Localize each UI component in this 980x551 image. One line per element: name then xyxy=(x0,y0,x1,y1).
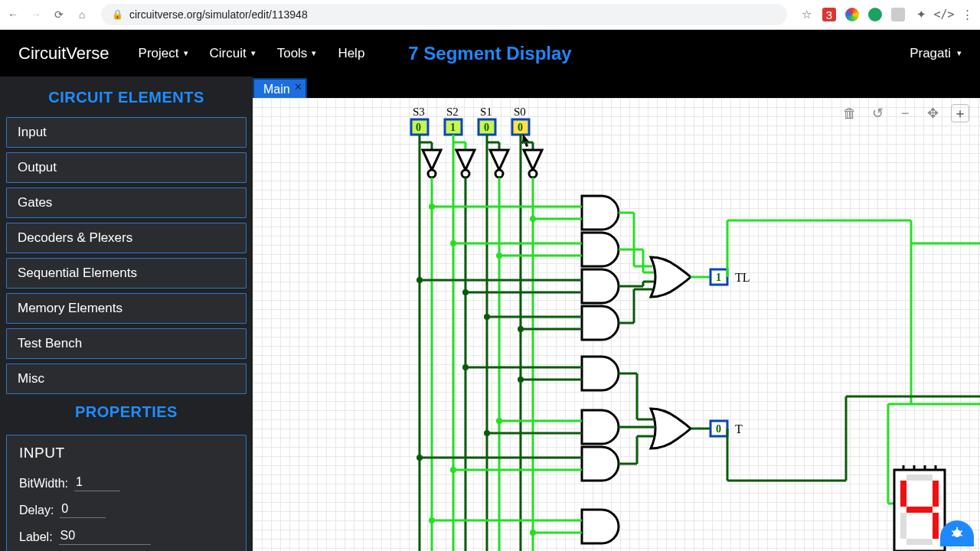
user-menu[interactable]: Pragati▾ xyxy=(910,46,962,61)
properties-heading: PROPERTIES xyxy=(6,399,247,427)
cat-gates[interactable]: Gates xyxy=(6,187,247,218)
brand[interactable]: CircuitVerse xyxy=(18,44,109,64)
svg-text:0: 0 xyxy=(416,122,421,133)
svg-rect-117 xyxy=(900,513,906,539)
or-gate-tl[interactable] xyxy=(651,257,691,297)
and-gate-t-3[interactable] xyxy=(582,447,619,481)
extension-red-icon[interactable]: 3 xyxy=(822,8,836,21)
svg-text:TL: TL xyxy=(735,271,750,284)
undo-icon[interactable]: ↺ xyxy=(868,104,887,122)
canvas[interactable]: 🗑 ↺ − ✥ ＋ S3 0 S2 1 xyxy=(253,98,980,551)
devtools-icon[interactable]: </> xyxy=(937,8,951,21)
cat-output[interactable]: Output xyxy=(6,152,247,183)
svg-marker-18 xyxy=(423,150,441,170)
home-icon[interactable]: ⌂ xyxy=(75,8,89,21)
svg-point-45 xyxy=(496,253,502,259)
svg-line-125 xyxy=(960,535,962,536)
svg-text:0: 0 xyxy=(716,423,721,435)
cat-sequential[interactable]: Sequential Elements xyxy=(6,258,247,289)
extension-evernote-icon[interactable] xyxy=(868,8,882,21)
close-icon[interactable]: ✕ xyxy=(294,81,302,93)
back-icon[interactable]: ← xyxy=(6,8,20,21)
svg-point-51 xyxy=(462,289,469,295)
svg-text:S1: S1 xyxy=(480,106,492,118)
or-gate-t[interactable] xyxy=(651,409,691,448)
svg-point-34 xyxy=(529,170,537,178)
and-gate-tl-3[interactable] xyxy=(582,269,619,303)
cat-input[interactable]: Input xyxy=(6,117,247,148)
svg-text:S2: S2 xyxy=(446,106,459,118)
svg-marker-33 xyxy=(524,150,542,170)
cat-testbench[interactable]: Test Bench xyxy=(6,328,247,359)
svg-point-86 xyxy=(416,455,423,461)
input-s1[interactable]: S1 0 xyxy=(479,106,495,135)
svg-line-124 xyxy=(952,535,954,536)
svg-text:1: 1 xyxy=(716,272,721,283)
and-gate-extra-1[interactable] xyxy=(582,510,619,543)
reload-icon[interactable]: ⟳ xyxy=(52,8,66,21)
svg-point-105 xyxy=(429,517,435,523)
menu-project[interactable]: Project xyxy=(139,46,188,61)
canvas-area: Main✕ 🗑 ↺ − ✥ ＋ S3 0 S2 xyxy=(253,77,980,551)
output-tl[interactable]: 1 TL xyxy=(710,269,750,285)
bitwidth-value[interactable]: 1 xyxy=(74,475,120,491)
canvas-toolbar: 🗑 ↺ − ✥ ＋ xyxy=(841,104,969,122)
bug-icon xyxy=(949,526,965,541)
menu-help[interactable]: Help xyxy=(338,46,364,61)
and-gate-tl-2[interactable] xyxy=(582,233,619,266)
bitwidth-label: BitWidth: xyxy=(19,477,68,491)
delete-icon[interactable]: 🗑 xyxy=(841,104,859,122)
svg-marker-28 xyxy=(490,150,508,170)
cursor-icon xyxy=(522,134,529,147)
input-s2[interactable]: S2 1 xyxy=(445,106,462,135)
forward-icon[interactable]: → xyxy=(29,8,43,21)
input-s0[interactable]: S0 0 xyxy=(512,106,529,135)
kebab-menu-icon[interactable]: ⋮ xyxy=(960,8,974,21)
extensions-icon[interactable]: ✦ xyxy=(914,8,928,21)
svg-point-29 xyxy=(495,170,503,178)
lock-icon: 🔒 xyxy=(112,9,123,20)
and-gate-tl-4[interactable] xyxy=(582,306,619,340)
extension-gray-icon[interactable] xyxy=(891,8,905,21)
label-value[interactable]: S0 xyxy=(59,529,151,545)
cat-memory[interactable]: Memory Elements xyxy=(6,293,247,324)
svg-rect-118 xyxy=(900,481,906,507)
project-title[interactable]: 7 Segment Display xyxy=(408,43,571,64)
not-gate-s0[interactable] xyxy=(521,142,542,178)
not-gate-s1[interactable] xyxy=(487,142,508,178)
svg-point-77 xyxy=(518,377,524,383)
menu-tools[interactable]: Tools xyxy=(277,46,317,61)
svg-point-107 xyxy=(530,530,536,536)
delay-label: Delay: xyxy=(19,504,54,517)
and-gate-t-1[interactable] xyxy=(582,357,619,390)
and-gate-tl-1[interactable] xyxy=(582,196,619,230)
cat-misc[interactable]: Misc xyxy=(6,364,247,394)
svg-rect-113 xyxy=(906,474,933,481)
not-gate-s2[interactable] xyxy=(453,142,475,178)
cat-decoders[interactable]: Decoders & Plexers xyxy=(6,223,247,253)
and-gate-t-2[interactable] xyxy=(582,410,619,444)
properties-panel: INPUT BitWidth: 1 Delay: 0 Label: S0 Lab… xyxy=(6,435,247,551)
seven-segment-display[interactable] xyxy=(894,465,945,551)
tab-main[interactable]: Main✕ xyxy=(253,78,307,98)
star-icon[interactable]: ☆ xyxy=(799,8,813,21)
svg-point-55 xyxy=(484,314,490,320)
svg-rect-116 xyxy=(906,539,933,545)
input-s3[interactable]: S3 0 xyxy=(411,106,428,135)
label-label: Label: xyxy=(19,530,53,544)
svg-rect-114 xyxy=(933,481,939,507)
delay-value[interactable]: 0 xyxy=(60,502,106,518)
recenter-icon[interactable]: ✥ xyxy=(923,104,942,122)
svg-text:1: 1 xyxy=(450,122,456,133)
address-bar[interactable]: 🔒 circuitverse.org/simulator/edit/113948 xyxy=(101,4,787,25)
menu-circuit[interactable]: Circuit xyxy=(210,46,256,61)
svg-line-122 xyxy=(952,531,954,533)
extension-color-icon[interactable] xyxy=(845,8,859,21)
svg-text:S3: S3 xyxy=(413,106,425,118)
zoom-out-icon[interactable]: − xyxy=(896,104,914,122)
svg-point-19 xyxy=(428,170,436,178)
zoom-in-icon[interactable]: ＋ xyxy=(951,104,969,122)
svg-rect-119 xyxy=(906,507,933,513)
not-gate-s3[interactable] xyxy=(420,142,441,178)
circuit-svg[interactable]: S3 0 S2 1 S1 0 S0 0 xyxy=(253,98,980,551)
